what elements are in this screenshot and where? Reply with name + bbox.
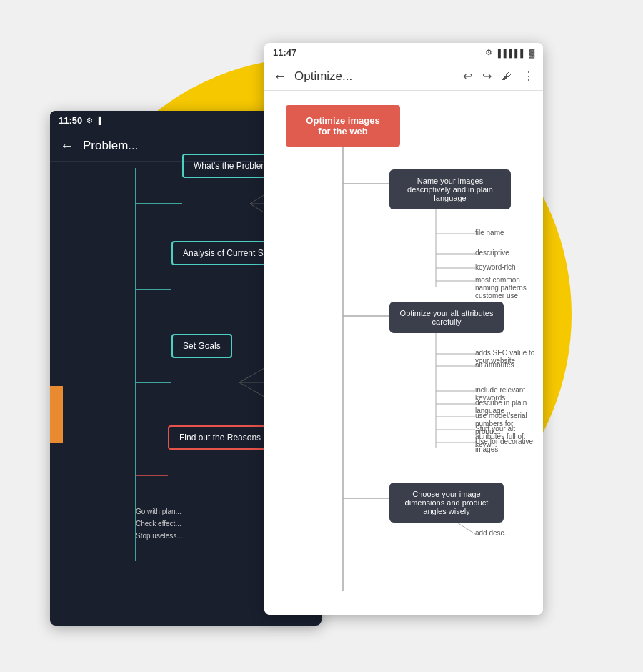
leaf-alt-attributes: alt attributes	[475, 361, 514, 369]
leaf-decorative: Use for decorative images	[475, 438, 543, 453]
redo-icon-front[interactable]: ↪	[482, 69, 492, 83]
toolbar-front: ← Optimize... ↩ ↪ 🖌 ⋮	[264, 62, 543, 91]
leaf-descriptive: descriptive	[475, 249, 509, 257]
leaf-add-desc: add desc...	[475, 529, 510, 537]
node-choose-dimensions[interactable]: Choose your image dimensions and product…	[389, 483, 504, 523]
status-bar-front: 11:47 ⚙ ▐ ▌▌▌▌ ▓	[264, 43, 543, 62]
mindmap-light: Optimize images for the web Name your im…	[264, 91, 543, 615]
leaf-naming-patterns: most common naming patterns customer use	[475, 276, 543, 300]
battery-icon-front: ▓	[529, 49, 534, 57]
title-front: Optimize...	[294, 69, 456, 84]
phone-front: 11:47 ⚙ ▐ ▌▌▌▌ ▓ ← Optimize... ↩ ↪ 🖌 ⋮	[264, 43, 543, 615]
node-name-images[interactable]: Name your images descriptively and in pl…	[389, 169, 511, 209]
back-arrow-front[interactable]: ←	[273, 68, 287, 84]
status-icons-front: ⚙ ▐ ▌▌▌▌ ▓	[485, 48, 534, 57]
content-front: Optimize images for the web Name your im…	[264, 91, 543, 615]
leaf-keyword-rich: keyword-rich	[475, 263, 516, 271]
settings-icon-front: ⚙	[485, 48, 492, 57]
root-node[interactable]: Optimize images for the web	[286, 105, 400, 147]
orange-accent	[50, 386, 63, 443]
undo-icon-front[interactable]: ↩	[463, 69, 472, 83]
toolbar-icons-front: ↩ ↪ 🖌 ⋮	[463, 69, 534, 83]
node-alt-attributes[interactable]: Optimize your alt attributes carefully	[389, 302, 504, 333]
leaf-filename: file name	[475, 229, 504, 237]
node-alt-label: Optimize your alt attributes carefully	[400, 309, 494, 326]
node-name-images-label: Name your images descriptively and in pl…	[407, 177, 493, 202]
node-choose-label: Choose your image dimensions and product…	[405, 490, 489, 515]
more-icon-front[interactable]: ⋮	[523, 69, 534, 83]
format-icon-front[interactable]: 🖌	[502, 69, 513, 83]
root-node-label: Optimize images for the web	[306, 115, 379, 137]
time-front: 11:47	[273, 47, 296, 58]
sim-icon-front: ▐	[495, 49, 501, 57]
signal-icon-front: ▌▌▌▌	[504, 49, 526, 57]
